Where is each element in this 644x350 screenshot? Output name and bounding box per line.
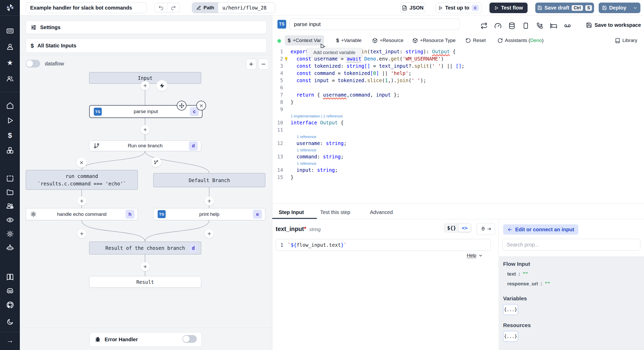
save-draft-button[interactable]: Save draft Ctrl S [535,3,594,13]
assistants-button[interactable]: Assistants (Deno) [494,35,547,46]
expression-editor[interactable]: 1 `${flow_input.text}` [276,239,491,251]
discord-icon[interactable] [0,286,20,296]
test-up-to-button[interactable]: Test up to c [435,3,482,13]
docs-icon[interactable] [0,272,20,282]
delete-branch-button[interactable] [77,158,87,168]
code-line[interactable]: 4 const command = tokenized[0] || 'help'… [272,70,644,77]
flow-node-default-branch[interactable]: Default Branch [153,173,265,187]
mock-voicemail-icon[interactable] [564,22,571,29]
code-line[interactable]: 10interface Output { [272,119,644,126]
search-prop-input[interactable]: Search prop... [502,239,640,251]
add-resource-button[interactable]: +Resource [369,35,406,46]
cache-database-icon[interactable] [508,22,515,29]
retries-icon[interactable] [480,22,488,29]
resources-icon[interactable] [0,145,20,156]
add-branch-button[interactable] [151,157,161,167]
trigger-button[interactable] [156,80,167,91]
move-step-button[interactable] [177,101,187,110]
users-icon[interactable] [0,74,20,84]
flow-node-handle-echo-command[interactable]: handle echo command h [26,208,138,220]
code-line[interactable]: 13 command: string; [272,153,644,160]
tab-advanced[interactable]: Advanced [370,206,393,218]
template-mode-button[interactable]: ${} [445,224,459,232]
code-line[interactable]: 7 return { username,command, input }; [272,91,644,98]
folders-icon[interactable] [0,187,20,197]
star-icon[interactable]: ★ [0,58,20,68]
prop-row-response-url[interactable]: response_url: "" [507,281,644,287]
concurrency-gauge-icon[interactable] [494,22,502,29]
add-step-button[interactable] [205,197,214,206]
flow-title-input[interactable]: Example handler for slack bot commands [26,2,147,13]
user-icon[interactable] [0,42,20,52]
add-context-var-button[interactable]: $+Context Var [285,35,324,46]
test-flow-button[interactable]: Test flow [489,3,528,13]
early-stop-icon[interactable] [522,22,529,29]
code-line[interactable]: 9 [272,106,644,113]
help-link[interactable]: Help [467,253,483,258]
redo-button[interactable] [167,3,180,12]
code-line[interactable]: 15} [272,174,644,181]
code-line[interactable]: 8} [272,98,644,106]
schedules-icon[interactable] [0,173,20,183]
groups-icon[interactable] [0,201,20,211]
codelens[interactable]: 1 reference [297,147,644,153]
add-step-button[interactable] [141,81,150,90]
home-icon[interactable] [0,100,20,111]
code-line[interactable]: 6 [272,84,644,91]
flow-node-run-one-branch[interactable]: Run one branch d [89,140,201,151]
suspend-phone-icon[interactable] [536,22,543,29]
edit-or-connect-button[interactable]: Edit or connect an input [503,224,578,235]
tab-step-input[interactable]: Step Input [279,206,304,218]
audit-logs-icon[interactable] [0,215,20,225]
variables-object-button[interactable]: {...} [503,304,518,315]
save-to-workspace-button[interactable]: Save to workspace [586,22,641,28]
variables-icon[interactable]: $ [0,130,20,141]
workers-icon[interactable] [0,243,20,253]
json-button[interactable]: JSON [400,3,425,13]
code-line[interactable]: 5 const input = tokenized.slice(1,).join… [272,77,644,84]
code-mode-button[interactable]: <> [459,224,471,232]
error-handler-toggle[interactable] [182,335,197,343]
resources-object-button[interactable]: {...} [503,331,518,342]
code-line[interactable]: 12 username: string; [272,140,644,147]
code-line[interactable]: 11 [272,126,644,133]
flow-node-result[interactable]: Result [89,276,201,288]
kanban-icon[interactable] [0,26,20,36]
library-button[interactable]: Library [612,35,640,46]
add-variable-button[interactable]: $+Variable [333,35,365,46]
settings-icon[interactable] [0,229,20,239]
deploy-button[interactable]: Deploy [599,3,640,13]
flow-node-branch-result[interactable]: Result of the chosen branch d [89,242,201,254]
expand-sidebar-icon[interactable]: → [0,335,20,346]
dark-mode-icon[interactable] [0,317,20,327]
add-step-button[interactable] [205,229,214,238]
codelens[interactable]: 1 implementation | 1 reference [291,113,644,119]
delete-step-button[interactable] [196,101,206,110]
prop-row-text[interactable]: text: "" [507,271,644,277]
deploy-label-area[interactable]: Deploy [598,5,630,11]
codelens[interactable]: 1 reference [297,160,644,166]
reset-button[interactable]: Reset [462,35,489,46]
add-step-button[interactable] [141,125,150,134]
github-icon[interactable] [0,300,20,310]
codelens[interactable]: 1 reference [297,133,644,140]
connect-input-button[interactable] [477,223,495,235]
windmill-logo-icon[interactable] [0,0,20,15]
step-name-input[interactable]: parse input [290,19,460,30]
code-line[interactable]: 3 const tokenized: string[] = text_input… [272,62,644,70]
add-step-button[interactable] [77,197,86,206]
add-step-button[interactable] [141,262,150,271]
sleep-bed-icon[interactable] [550,22,557,29]
code-editor[interactable]: 1export async function main(text_input: … [272,48,644,181]
tab-test-this-step[interactable]: Test this step [320,206,350,218]
undo-button[interactable] [155,3,167,12]
add-step-button[interactable] [77,229,86,238]
flow-node-run-command-branch[interactable]: run command `results.c.command === 'echo… [26,170,138,190]
code-line[interactable]: 14 input: string; [272,166,644,174]
deploy-dropdown-button[interactable] [630,6,641,10]
flow-node-print-help[interactable]: TS print help e [153,208,265,220]
path-field[interactable]: Path u/henri/flow_28 [192,2,275,13]
runs-icon[interactable] [0,115,20,126]
add-resource-type-button[interactable]: +Resource Type [409,35,459,46]
lightbulb-icon[interactable] [284,56,289,61]
